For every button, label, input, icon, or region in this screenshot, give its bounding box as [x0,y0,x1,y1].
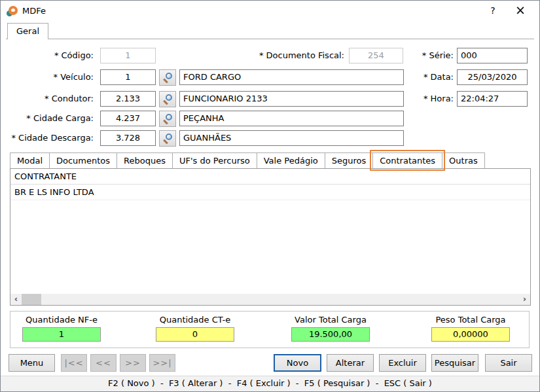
contratantes-list-panel: CONTRATANTE BR E LS INFO LTDA ‹ › [10,168,531,306]
close-button[interactable]: × [509,1,531,21]
serie-label: * Série: [412,48,454,63]
condutor-label: * Condutor: [6,91,94,107]
cidade-carga-label: * Cidade Carga: [6,111,94,126]
valor-total-carga-label: Valor Total Carga [283,314,378,325]
detail-tab-strip: Modal Documentos Reboques UF's do Percur… [10,152,484,168]
status-bar: F2 ( Novo ) - F3 ( Alterar ) - F4 ( Excl… [1,376,539,391]
documento-fiscal-field: 254 [349,48,403,63]
tab-contratantes[interactable]: Contratantes [372,152,442,168]
app-logo-icon [7,6,18,17]
veiculo-desc-field: FORD CARGO [179,69,404,85]
last-record-button[interactable]: >>| [149,354,175,372]
tab-documentos[interactable]: Documentos [49,152,117,168]
condutor-search-button[interactable] [159,91,176,107]
cidade-descarga-search-button[interactable] [159,130,176,147]
novo-button[interactable]: Novo [274,354,321,372]
data-label: * Data: [412,69,454,85]
window-title: MDFe [22,1,46,21]
scroll-right-arrow-icon[interactable]: › [519,294,530,305]
horizontal-scrollbar[interactable]: ‹ › [10,294,530,305]
scrollbar-thumb[interactable] [22,294,41,305]
cidade-descarga-field[interactable]: 3.728 [100,130,156,146]
previous-record-button[interactable]: << [90,354,117,372]
next-record-button[interactable]: >> [120,354,146,372]
peso-total-carga-label: Peso Total Carga [423,314,518,325]
condutor-desc-field: FUNCIONARIO 2133 [179,91,404,107]
data-field[interactable]: 25/03/2020 [457,69,528,85]
sair-button[interactable]: Sair [485,354,532,372]
quantidade-nfe-value: 1 [22,327,101,342]
tab-contratantes-label: Contratantes [380,156,435,166]
magnifier-icon [162,134,173,144]
scroll-left-arrow-icon[interactable]: ‹ [10,294,22,305]
list-column-header: CONTRATANTE [10,169,530,185]
codigo-field: 1 [100,48,156,63]
quantidade-cte-label: Quantidade CT-e [148,314,242,325]
cidade-descarga-label: * Cidade Descarga: [6,130,94,146]
veiculo-search-button[interactable] [159,69,176,86]
cidade-carga-field[interactable]: 4.237 [100,111,156,126]
cidade-descarga-desc-field: GUANHÃES [179,130,404,146]
tab-vale-pedagio[interactable]: Vale Pedágio [257,152,325,168]
cidade-carga-desc-field: PEÇANHA [179,111,404,126]
tab-outras[interactable]: Outras [442,152,485,168]
pesquisar-button[interactable]: Pesquisar [431,354,478,372]
hora-field[interactable]: 22:04:27 [457,91,528,107]
magnifier-icon [162,73,173,83]
tab-page-divider [6,39,534,39]
hora-label: * Hora: [412,91,454,107]
documento-fiscal-label: * Documento Fiscal: [236,48,344,63]
codigo-label: * Código: [6,48,94,63]
peso-total-carga-value: 0,00000 [431,327,510,342]
help-button[interactable]: ? [483,1,503,21]
excluir-button[interactable]: Excluir [379,354,426,372]
first-record-button[interactable]: |<< [61,354,87,372]
tab-modal[interactable]: Modal [10,152,50,168]
menu-button[interactable]: Menu [9,354,55,372]
veiculo-label: * Veículo: [6,69,94,85]
valor-total-carga-value: 19.500,00 [291,327,370,342]
tab-ufs-do-percurso[interactable]: UF's do Percurso [172,152,257,168]
veiculo-field[interactable]: 1 [100,69,156,85]
alterar-button[interactable]: Alterar [327,354,374,372]
quantidade-cte-value: 0 [156,327,234,342]
cidade-carga-search-button[interactable] [159,111,176,127]
serie-field[interactable]: 000 [457,48,528,63]
mdfe-window: MDFe ? × Geral * Código: 1 * Veículo: 1 … [0,0,540,392]
condutor-field[interactable]: 2.133 [100,91,156,107]
tab-reboques[interactable]: Reboques [117,152,173,168]
totals-panel: Quantidade NF-e 1 Quantidade CT-e 0 Valo… [10,311,530,348]
tab-geral[interactable]: Geral [7,23,48,39]
title-bar: MDFe ? × [1,1,539,22]
magnifier-icon [162,94,173,105]
quantidade-nfe-label: Quantidade NF-e [14,314,109,325]
tab-seguros[interactable]: Seguros [325,152,374,168]
magnifier-icon [162,114,173,124]
list-item[interactable]: BR E LS INFO LTDA [10,185,530,200]
